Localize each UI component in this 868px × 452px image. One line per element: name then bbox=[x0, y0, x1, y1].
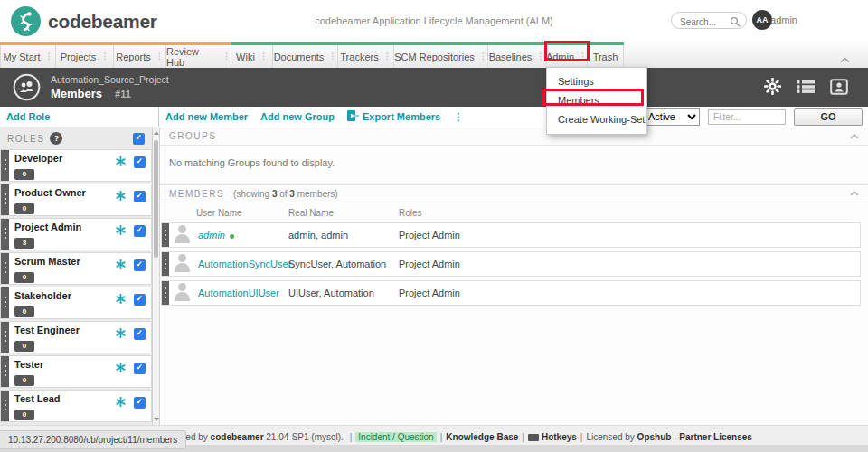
role-permissions-icon[interactable] bbox=[116, 360, 126, 376]
hotkeys-link[interactable]: Hotkeys bbox=[542, 432, 577, 442]
member-username-link[interactable]: AutomationSyncUser bbox=[198, 259, 291, 269]
add-new-member-link[interactable]: Add new Member bbox=[165, 111, 248, 122]
sidebar-scrollbar[interactable] bbox=[152, 127, 159, 425]
search-input[interactable] bbox=[680, 14, 734, 30]
drag-handle[interactable] bbox=[1, 150, 9, 181]
filter-input[interactable] bbox=[708, 109, 786, 125]
tab-menu-icon[interactable]: ⋮ bbox=[259, 52, 268, 61]
knowledge-base-link[interactable]: Knowledge Base bbox=[446, 432, 518, 442]
member-roles: Project Admin bbox=[399, 230, 460, 240]
user-name[interactable]: admin bbox=[770, 14, 797, 25]
role-permissions-icon[interactable] bbox=[116, 188, 126, 204]
role-checkbox[interactable] bbox=[134, 259, 146, 271]
tab-reports[interactable]: Reports⋮ bbox=[114, 45, 166, 68]
tab-menu-icon[interactable]: ⋮ bbox=[100, 52, 108, 61]
status-select[interactable]: Active bbox=[644, 108, 700, 126]
tab-menu-icon[interactable]: ⋮ bbox=[156, 52, 164, 61]
role-count-badge: 0 bbox=[14, 169, 34, 180]
tab-admin[interactable]: Admin⋮ bbox=[546, 45, 588, 68]
tab-menu-icon[interactable]: ⋮ bbox=[536, 52, 544, 61]
drag-handle[interactable] bbox=[1, 322, 9, 353]
collapse-groups-icon[interactable] bbox=[850, 134, 859, 139]
main-content: GROUPS No matching Groups found to displ… bbox=[159, 127, 868, 425]
tab-my-start[interactable]: My Start⋮ bbox=[0, 45, 56, 68]
user-avatar[interactable]: AA bbox=[752, 10, 772, 30]
tab-menu-icon[interactable]: ⋮ bbox=[44, 52, 52, 61]
tab-menu-icon[interactable]: ⋮ bbox=[479, 52, 487, 61]
role-checkbox[interactable] bbox=[134, 328, 146, 340]
drag-handle[interactable] bbox=[162, 281, 169, 305]
member-roles: Project Admin bbox=[399, 287, 460, 298]
role-permissions-icon[interactable] bbox=[116, 325, 126, 342]
menu-item-create-working-set[interactable]: Create Working-Set bbox=[547, 110, 646, 129]
roles-panel: ROLES ? Developer 0 Product Owner 0 bbox=[0, 127, 152, 425]
role-permissions-icon[interactable] bbox=[116, 154, 126, 170]
tab-label: Review Hub bbox=[166, 46, 218, 68]
tab-label: Baselines bbox=[489, 52, 533, 62]
tab-label: Documents bbox=[274, 52, 325, 62]
role-permissions-icon[interactable] bbox=[116, 222, 126, 239]
tab-projects[interactable]: Projects⋮ bbox=[56, 45, 114, 68]
role-checkbox[interactable] bbox=[134, 397, 146, 409]
tab-menu-icon[interactable]: ⋮ bbox=[328, 52, 336, 61]
drag-handle[interactable] bbox=[1, 287, 9, 318]
role-permissions-icon[interactable] bbox=[116, 394, 126, 410]
member-real-name: UIUser, Automation bbox=[288, 287, 399, 298]
add-new-group-link[interactable]: Add new Group bbox=[260, 111, 335, 122]
tab-wiki[interactable]: Wiki⋮ bbox=[231, 45, 273, 68]
incident-question-link[interactable]: Incident / Question bbox=[355, 432, 436, 442]
role-permissions-icon[interactable] bbox=[116, 257, 126, 273]
menu-item-members[interactable]: Members bbox=[547, 91, 646, 110]
go-button[interactable]: GO bbox=[794, 108, 863, 126]
drag-handle[interactable] bbox=[162, 252, 169, 276]
search-icon[interactable] bbox=[730, 15, 741, 32]
role-count-badge: 3 bbox=[14, 238, 34, 249]
settings-gear-icon[interactable] bbox=[764, 78, 781, 99]
tab-menu-icon[interactable]: ⋮ bbox=[222, 52, 231, 61]
collapse-members-icon[interactable] bbox=[850, 191, 859, 196]
member-row-automationsyncuser: AutomationSyncUser SyncUser, Automation … bbox=[161, 251, 861, 277]
tab-scm-repositories[interactable]: SCM Repositories⋮ bbox=[394, 45, 488, 68]
menu-item-settings[interactable]: Settings bbox=[547, 72, 646, 91]
member-username-link[interactable]: admin bbox=[198, 230, 225, 240]
role-checkbox[interactable] bbox=[134, 225, 146, 237]
role-count-badge: 0 bbox=[14, 306, 34, 317]
members-table-header: User Name Real Name Roles bbox=[160, 202, 868, 222]
add-role-link[interactable]: Add Role bbox=[6, 111, 50, 122]
drag-handle[interactable] bbox=[1, 219, 9, 250]
scrollbar-thumb[interactable] bbox=[154, 140, 158, 258]
tab-trash[interactable]: Trash bbox=[588, 45, 624, 68]
role-permissions-icon[interactable] bbox=[116, 291, 126, 307]
drag-handle[interactable] bbox=[1, 391, 9, 421]
drag-handle[interactable] bbox=[1, 184, 9, 215]
drag-handle[interactable] bbox=[1, 356, 9, 387]
role-count-badge: 0 bbox=[14, 272, 34, 283]
project-name[interactable]: Automation_Source_Project bbox=[51, 74, 169, 85]
tab-menu-icon[interactable]: ⋮ bbox=[579, 52, 587, 61]
member-username-link[interactable]: AutomationUIUser bbox=[198, 287, 279, 298]
role-row-test-lead: Test Lead 0 bbox=[0, 390, 152, 422]
role-checkbox[interactable] bbox=[134, 363, 146, 374]
role-checkbox[interactable] bbox=[134, 191, 146, 202]
role-checkbox[interactable] bbox=[134, 156, 146, 168]
tab-baselines[interactable]: Baselines⋮ bbox=[488, 45, 546, 68]
select-all-roles-checkbox[interactable] bbox=[133, 133, 145, 145]
tab-review-hub[interactable]: Review Hub⋮ bbox=[166, 45, 231, 68]
admin-dropdown-menu: Settings Members Create Working-Set bbox=[546, 67, 647, 135]
role-checkbox[interactable] bbox=[134, 294, 146, 306]
drag-handle[interactable] bbox=[162, 223, 169, 247]
collapse-nav-icon[interactable] bbox=[840, 51, 850, 67]
tab-label: Reports bbox=[116, 52, 151, 62]
list-view-icon[interactable] bbox=[797, 80, 815, 98]
drag-handle[interactable] bbox=[1, 253, 9, 284]
user-profile-icon[interactable] bbox=[830, 79, 848, 99]
help-icon[interactable]: ? bbox=[50, 132, 62, 145]
export-members-link[interactable]: Export Members bbox=[363, 111, 440, 122]
more-actions-icon[interactable]: ⋮ bbox=[453, 111, 463, 123]
tab-trackers[interactable]: Trackers⋮ bbox=[338, 45, 394, 68]
tab-documents[interactable]: Documents⋮ bbox=[273, 45, 338, 68]
global-search[interactable] bbox=[671, 12, 747, 29]
partner-licenses-link[interactable]: Opshub - Partner Licenses bbox=[637, 432, 752, 442]
user-avatar-icon bbox=[169, 225, 196, 245]
tab-menu-icon[interactable]: ⋮ bbox=[383, 52, 392, 61]
